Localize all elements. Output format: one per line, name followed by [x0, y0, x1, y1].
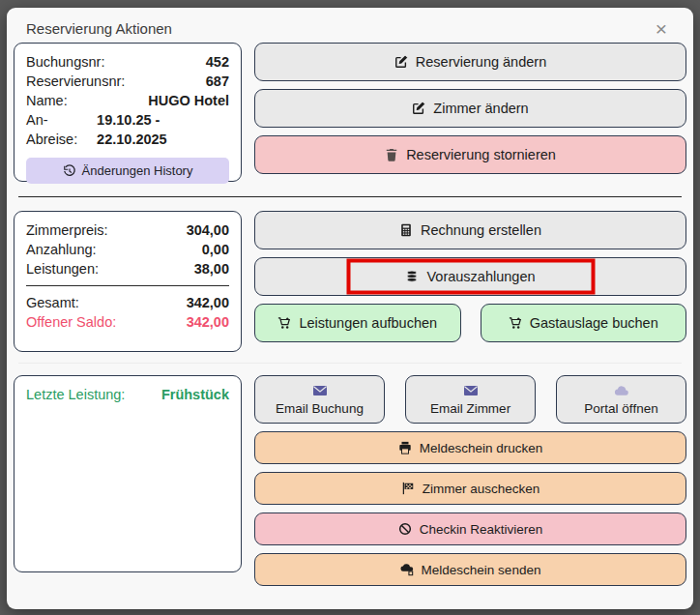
booking-info-card: Buchungsnr: 452 Reservierunsnr: 687 Name… — [14, 43, 242, 182]
prepayments-button[interactable]: Vorauszahlungen — [254, 257, 686, 296]
print-registration-button[interactable]: Meldeschein drucken — [254, 431, 686, 464]
print-registration-label: Meldeschein drucken — [420, 441, 543, 455]
envelope-icon — [312, 383, 328, 398]
ban-icon — [398, 522, 412, 536]
booking-section: Buchungsnr: 452 Reservierunsnr: 687 Name… — [14, 43, 686, 182]
last-service-card: Letzte Leistung: Frühstück — [14, 375, 242, 572]
book-services-label: Leistungen aufbuchen — [299, 315, 437, 331]
book-services-button[interactable]: Leistungen aufbuchen — [254, 304, 461, 342]
send-registration-label: Meldeschein senden — [422, 563, 541, 577]
open-balance-row: Offener Saldo: 342,00 — [26, 312, 229, 332]
checkout-room-button[interactable]: Zimmer auschecken — [254, 472, 686, 505]
prepayments-label: Vorauszahlungen — [426, 269, 535, 284]
cancel-reservation-button[interactable]: Reservierung stornieren — [254, 135, 686, 174]
changes-history-button[interactable]: Änderungen History — [26, 158, 229, 184]
last-service-row: Letzte Leistung: Frühstück — [26, 385, 229, 404]
services-label: Leistungen: — [26, 259, 99, 278]
modal-header: Reservierung Aktionen × — [14, 8, 686, 43]
last-service-label: Letzte Leistung: — [26, 385, 125, 404]
room-price-row: Zimmerpreis: 304,00 — [26, 220, 229, 240]
edit-icon — [412, 102, 425, 115]
email-booking-button[interactable]: Email Buchung — [254, 375, 385, 424]
guest-name-label: Name: — [26, 91, 68, 110]
modal-title: Reservierung Aktionen — [26, 20, 172, 37]
pricing-card: Zimmerpreis: 304,00 Anzahlung: 0,00 Leis… — [14, 211, 242, 352]
change-reservation-label: Reservierung ändern — [416, 54, 546, 70]
reactivate-checkin-label: Checkin Reaktivieren — [420, 522, 543, 537]
flag-checkered-icon — [401, 482, 415, 495]
billing-section: Zimmerpreis: 304,00 Anzahlung: 0,00 Leis… — [14, 211, 686, 352]
open-portal-label: Portal öffnen — [584, 401, 657, 416]
change-room-label: Zimmer ändern — [433, 101, 528, 116]
create-invoice-label: Rechnung erstellen — [421, 222, 541, 238]
book-guest-expenses-label: Gastauslage buchen — [530, 315, 658, 331]
room-price-value: 304,00 — [187, 220, 229, 240]
send-registration-button[interactable]: Meldeschein senden — [254, 553, 686, 586]
booking-number-value: 452 — [206, 52, 229, 72]
cart-plus-icon — [277, 316, 291, 330]
last-service-value: Frühstück — [161, 385, 229, 404]
reservation-number-label: Reservierunsnr: — [26, 72, 125, 91]
email-room-label: Email Zimmer — [430, 401, 510, 416]
section-divider-light — [18, 363, 682, 364]
arrival-departure-row: An-Abreise: 19.10.25 - 22.10.2025 — [26, 110, 229, 149]
pricing-divider — [26, 285, 229, 286]
arrival-departure-label: An-Abreise: — [26, 110, 97, 149]
cart-plus-icon — [509, 316, 522, 330]
guest-name-value: HUGO Hotel — [148, 91, 229, 110]
email-booking-label: Email Buchung — [276, 401, 364, 416]
open-balance-label: Offener Saldo: — [26, 312, 116, 332]
trash-icon — [385, 148, 398, 161]
edit-icon — [394, 55, 408, 69]
envelope-icon — [463, 383, 479, 398]
cancel-reservation-label: Reservierung stornieren — [406, 147, 556, 162]
deposit-value: 0,00 — [202, 240, 229, 259]
booking-number-label: Buchungsnr: — [26, 52, 104, 72]
change-room-button[interactable]: Zimmer ändern — [254, 89, 686, 128]
deposit-row: Anzahlung: 0,00 — [26, 240, 229, 259]
reservation-number-row: Reservierunsnr: 687 — [26, 72, 229, 91]
total-label: Gesamt: — [26, 293, 79, 312]
services-row: Leistungen: 38,00 — [26, 259, 229, 278]
send-icon — [400, 563, 414, 576]
services-value: 38,00 — [194, 259, 229, 278]
close-button[interactable]: × — [650, 21, 673, 37]
coins-icon — [405, 270, 419, 283]
booking-number-row: Buchungsnr: 452 — [26, 52, 229, 72]
total-row: Gesamt: 342,00 — [26, 293, 229, 312]
open-balance-value: 342,00 — [187, 312, 229, 332]
section-divider — [18, 196, 682, 197]
close-icon: × — [656, 17, 667, 40]
calculator-icon — [399, 223, 413, 237]
cloud-icon — [614, 383, 629, 398]
open-portal-button[interactable]: Portal öffnen — [556, 375, 686, 424]
create-invoice-button[interactable]: Rechnung erstellen — [254, 211, 686, 249]
reactivate-checkin-button[interactable]: Checkin Reaktivieren — [254, 512, 686, 545]
checkout-room-label: Zimmer auschecken — [423, 482, 540, 496]
change-reservation-button[interactable]: Reservierung ändern — [254, 43, 686, 81]
printer-icon — [398, 441, 412, 454]
arrival-departure-value: 19.10.25 - 22.10.2025 — [97, 110, 229, 149]
total-value: 342,00 — [187, 293, 229, 312]
history-icon — [63, 164, 76, 178]
communication-section: Letzte Leistung: Frühstück Email Buchung — [14, 375, 686, 586]
changes-history-label: Änderungen History — [82, 163, 193, 178]
room-price-label: Zimmerpreis: — [26, 220, 108, 240]
email-room-button[interactable]: Email Zimmer — [405, 375, 536, 424]
guest-name-row: Name: HUGO Hotel — [26, 91, 229, 110]
book-guest-expenses-button[interactable]: Gastauslage buchen — [481, 304, 687, 342]
reservation-actions-modal: Reservierung Aktionen × Buchungsnr: 452 … — [7, 8, 693, 609]
prepayments-button-wrapper: Vorauszahlungen — [254, 257, 686, 296]
reservation-number-value: 687 — [206, 72, 229, 91]
deposit-label: Anzahlung: — [26, 240, 97, 259]
